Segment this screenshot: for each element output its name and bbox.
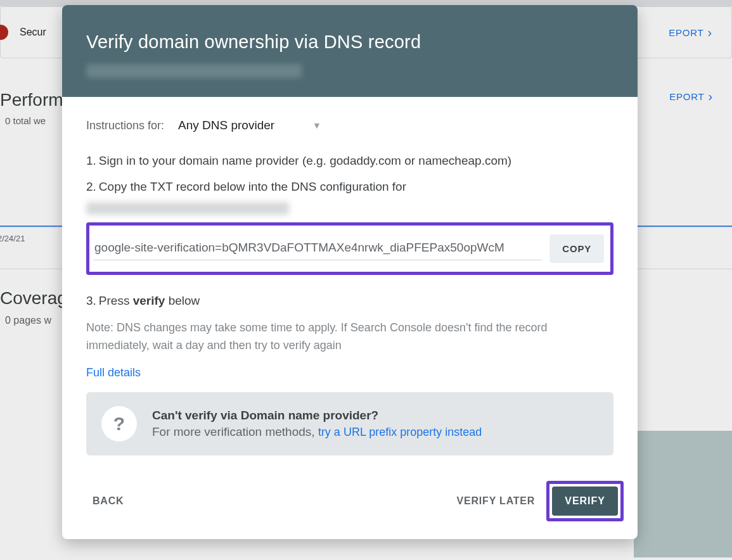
step-3: 3.Press verify below bbox=[86, 291, 613, 310]
verify-button[interactable]: VERIFY bbox=[552, 487, 618, 516]
modal-body: Instructions for: Any DNS provider ▼ 1.S… bbox=[62, 97, 638, 463]
alt-sub-pre: For more verification methods, bbox=[152, 425, 318, 438]
step-3-bold: verify bbox=[133, 294, 165, 307]
step-1-text: Sign in to your domain name provider (e.… bbox=[99, 154, 511, 167]
alt-subtitle: For more verification methods, try a URL… bbox=[152, 425, 482, 439]
help-icon: ? bbox=[101, 406, 137, 442]
dns-provider-value: Any DNS provider bbox=[178, 118, 274, 132]
dropdown-icon: ▼ bbox=[312, 120, 321, 130]
modal-header: Verify domain ownership via DNS record bbox=[62, 5, 638, 97]
step-3-pre: Press bbox=[99, 294, 133, 307]
domain-name-redacted bbox=[86, 64, 302, 78]
domain-redacted-inline bbox=[86, 202, 289, 215]
txt-record-row: COPY bbox=[86, 222, 613, 275]
full-details-link[interactable]: Full details bbox=[86, 366, 141, 379]
back-button[interactable]: BACK bbox=[86, 488, 130, 514]
instructions-label: Instructions for: bbox=[86, 119, 164, 132]
modal-title: Verify domain ownership via DNS record bbox=[86, 32, 613, 53]
step-1: 1.Sign in to your domain name provider (… bbox=[86, 151, 613, 170]
verify-later-button[interactable]: VERIFY LATER bbox=[451, 488, 542, 514]
alternative-box: ? Can't verify via Domain name provider?… bbox=[86, 392, 613, 455]
step-3-post: below bbox=[165, 294, 200, 307]
step-2-text: Copy the TXT record below into the DNS c… bbox=[99, 180, 406, 193]
txt-record-input[interactable] bbox=[93, 237, 542, 260]
dns-provider-select[interactable]: Any DNS provider ▼ bbox=[177, 116, 323, 135]
steps-list-2: 3.Press verify below bbox=[86, 291, 613, 310]
alt-title: Can't verify via Domain name provider? bbox=[152, 409, 482, 423]
step-2: 2.Copy the TXT record below into the DNS… bbox=[86, 177, 613, 215]
steps-list: 1.Sign in to your domain name provider (… bbox=[86, 151, 613, 215]
verify-highlight: VERIFY bbox=[546, 481, 624, 521]
instructions-row: Instructions for: Any DNS provider ▼ bbox=[86, 116, 613, 135]
verify-domain-modal: Verify domain ownership via DNS record I… bbox=[62, 5, 638, 539]
copy-button[interactable]: COPY bbox=[549, 234, 604, 263]
modal-actions: BACK VERIFY LATER VERIFY bbox=[62, 463, 638, 539]
url-prefix-link[interactable]: try a URL prefix property instead bbox=[318, 426, 482, 438]
dns-note: Note: DNS changes may take some time to … bbox=[86, 319, 613, 355]
